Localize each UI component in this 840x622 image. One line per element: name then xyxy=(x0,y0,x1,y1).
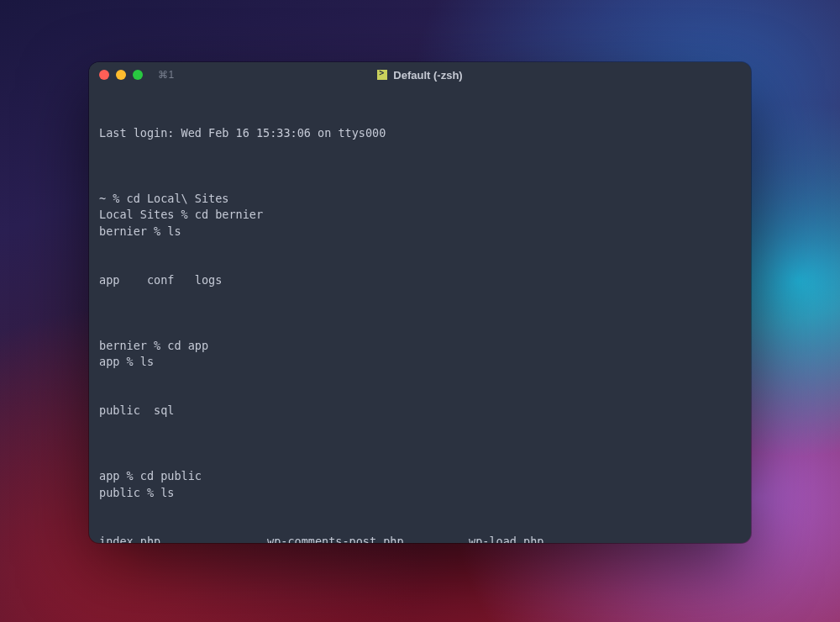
traffic-lights xyxy=(99,70,143,80)
prompt-line: app % cd public xyxy=(99,468,741,484)
ls-output: app conf logs xyxy=(99,272,741,288)
ls-output: public sql xyxy=(99,403,741,419)
window-title-container: Default (-zsh) xyxy=(89,69,751,82)
prompt-line: ~ % cd Local\ Sites xyxy=(99,191,741,207)
ls-item: wp-comments-post.php xyxy=(267,534,469,543)
maximize-button[interactable] xyxy=(133,70,143,80)
prompt-line: public % ls xyxy=(99,485,741,501)
prompt-line: Local Sites % cd bernier xyxy=(99,207,741,223)
last-login-line: Last login: Wed Feb 16 15:33:06 on ttys0… xyxy=(99,125,741,141)
close-button[interactable] xyxy=(99,70,109,80)
ls-item: index.php xyxy=(99,534,267,543)
prompt-line: app % ls xyxy=(99,354,741,370)
minimize-button[interactable] xyxy=(116,70,126,80)
terminal-window: ⌘1 Default (-zsh) Last login: Wed Feb 16… xyxy=(89,62,751,543)
ls-item: wp-load.php xyxy=(469,534,741,543)
terminal-icon xyxy=(377,70,387,80)
tab-indicator: ⌘1 xyxy=(158,69,175,81)
prompt-line: bernier % ls xyxy=(99,224,741,240)
titlebar: ⌘1 Default (-zsh) xyxy=(89,62,751,87)
terminal-body[interactable]: Last login: Wed Feb 16 15:33:06 on ttys0… xyxy=(89,87,751,543)
window-title: Default (-zsh) xyxy=(393,69,462,82)
prompt-line: bernier % cd app xyxy=(99,338,741,354)
ls-output-row: index.phpwp-comments-post.phpwp-load.php xyxy=(99,534,741,543)
